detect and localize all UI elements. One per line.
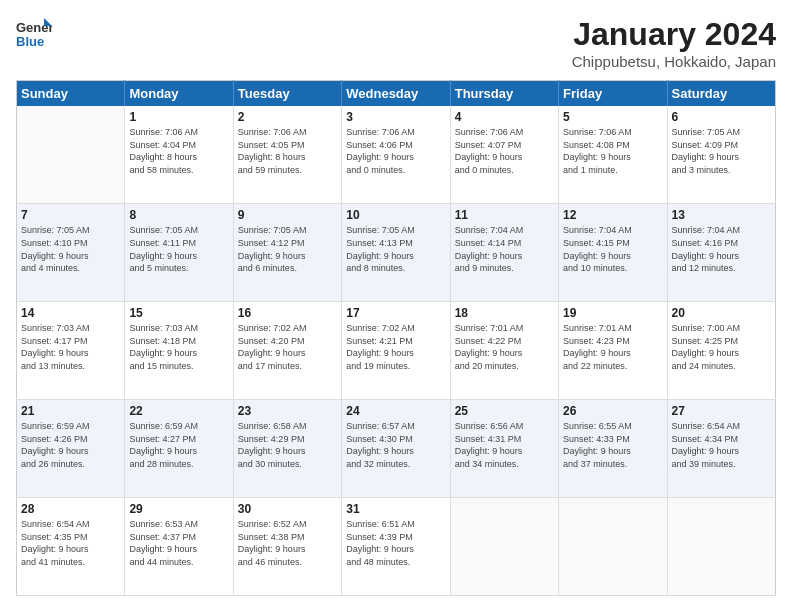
day-info: Sunrise: 6:58 AMSunset: 4:29 PMDaylight:…	[238, 420, 337, 470]
table-cell: 7Sunrise: 7:05 AMSunset: 4:10 PMDaylight…	[17, 204, 125, 302]
day-info: Sunrise: 7:05 AMSunset: 4:12 PMDaylight:…	[238, 224, 337, 274]
day-info: Sunrise: 6:55 AMSunset: 4:33 PMDaylight:…	[563, 420, 662, 470]
col-thursday: Thursday	[450, 81, 558, 107]
day-number: 3	[346, 110, 445, 124]
day-number: 25	[455, 404, 554, 418]
calendar-title: January 2024	[572, 16, 776, 53]
calendar-header-row: Sunday Monday Tuesday Wednesday Thursday…	[17, 81, 776, 107]
day-info: Sunrise: 7:03 AMSunset: 4:17 PMDaylight:…	[21, 322, 120, 372]
table-cell: 9Sunrise: 7:05 AMSunset: 4:12 PMDaylight…	[233, 204, 341, 302]
table-cell: 13Sunrise: 7:04 AMSunset: 4:16 PMDayligh…	[667, 204, 775, 302]
table-cell	[17, 106, 125, 204]
day-info: Sunrise: 6:52 AMSunset: 4:38 PMDaylight:…	[238, 518, 337, 568]
day-info: Sunrise: 6:54 AMSunset: 4:35 PMDaylight:…	[21, 518, 120, 568]
table-cell: 18Sunrise: 7:01 AMSunset: 4:22 PMDayligh…	[450, 302, 558, 400]
day-number: 18	[455, 306, 554, 320]
calendar-subtitle: Chippubetsu, Hokkaido, Japan	[572, 53, 776, 70]
table-cell: 10Sunrise: 7:05 AMSunset: 4:13 PMDayligh…	[342, 204, 450, 302]
table-cell: 3Sunrise: 7:06 AMSunset: 4:06 PMDaylight…	[342, 106, 450, 204]
table-cell: 30Sunrise: 6:52 AMSunset: 4:38 PMDayligh…	[233, 498, 341, 596]
svg-text:Blue: Blue	[16, 34, 44, 49]
day-number: 10	[346, 208, 445, 222]
table-cell: 19Sunrise: 7:01 AMSunset: 4:23 PMDayligh…	[559, 302, 667, 400]
day-number: 8	[129, 208, 228, 222]
calendar-week-row: 14Sunrise: 7:03 AMSunset: 4:17 PMDayligh…	[17, 302, 776, 400]
calendar-week-row: 1Sunrise: 7:06 AMSunset: 4:04 PMDaylight…	[17, 106, 776, 204]
day-info: Sunrise: 7:06 AMSunset: 4:06 PMDaylight:…	[346, 126, 445, 176]
table-cell: 29Sunrise: 6:53 AMSunset: 4:37 PMDayligh…	[125, 498, 233, 596]
table-cell: 12Sunrise: 7:04 AMSunset: 4:15 PMDayligh…	[559, 204, 667, 302]
day-number: 29	[129, 502, 228, 516]
calendar-week-row: 28Sunrise: 6:54 AMSunset: 4:35 PMDayligh…	[17, 498, 776, 596]
day-info: Sunrise: 7:05 AMSunset: 4:10 PMDaylight:…	[21, 224, 120, 274]
day-info: Sunrise: 6:59 AMSunset: 4:26 PMDaylight:…	[21, 420, 120, 470]
day-number: 22	[129, 404, 228, 418]
table-cell: 15Sunrise: 7:03 AMSunset: 4:18 PMDayligh…	[125, 302, 233, 400]
col-wednesday: Wednesday	[342, 81, 450, 107]
day-number: 24	[346, 404, 445, 418]
day-number: 1	[129, 110, 228, 124]
logo-icon: General Blue	[16, 16, 52, 52]
table-cell: 22Sunrise: 6:59 AMSunset: 4:27 PMDayligh…	[125, 400, 233, 498]
day-number: 21	[21, 404, 120, 418]
title-block: January 2024 Chippubetsu, Hokkaido, Japa…	[572, 16, 776, 70]
table-cell: 20Sunrise: 7:00 AMSunset: 4:25 PMDayligh…	[667, 302, 775, 400]
table-cell: 16Sunrise: 7:02 AMSunset: 4:20 PMDayligh…	[233, 302, 341, 400]
day-number: 2	[238, 110, 337, 124]
day-info: Sunrise: 6:56 AMSunset: 4:31 PMDaylight:…	[455, 420, 554, 470]
col-saturday: Saturday	[667, 81, 775, 107]
day-info: Sunrise: 7:04 AMSunset: 4:14 PMDaylight:…	[455, 224, 554, 274]
day-info: Sunrise: 7:01 AMSunset: 4:23 PMDaylight:…	[563, 322, 662, 372]
header: General Blue January 2024 Chippubetsu, H…	[16, 16, 776, 70]
calendar-week-row: 7Sunrise: 7:05 AMSunset: 4:10 PMDaylight…	[17, 204, 776, 302]
day-number: 20	[672, 306, 771, 320]
day-number: 9	[238, 208, 337, 222]
table-cell: 5Sunrise: 7:06 AMSunset: 4:08 PMDaylight…	[559, 106, 667, 204]
day-info: Sunrise: 7:06 AMSunset: 4:04 PMDaylight:…	[129, 126, 228, 176]
col-tuesday: Tuesday	[233, 81, 341, 107]
day-info: Sunrise: 7:02 AMSunset: 4:20 PMDaylight:…	[238, 322, 337, 372]
day-info: Sunrise: 7:06 AMSunset: 4:07 PMDaylight:…	[455, 126, 554, 176]
table-cell	[559, 498, 667, 596]
day-number: 15	[129, 306, 228, 320]
day-info: Sunrise: 7:05 AMSunset: 4:11 PMDaylight:…	[129, 224, 228, 274]
day-number: 31	[346, 502, 445, 516]
table-cell: 26Sunrise: 6:55 AMSunset: 4:33 PMDayligh…	[559, 400, 667, 498]
day-info: Sunrise: 7:06 AMSunset: 4:08 PMDaylight:…	[563, 126, 662, 176]
table-cell: 11Sunrise: 7:04 AMSunset: 4:14 PMDayligh…	[450, 204, 558, 302]
calendar-table: Sunday Monday Tuesday Wednesday Thursday…	[16, 80, 776, 596]
day-info: Sunrise: 7:06 AMSunset: 4:05 PMDaylight:…	[238, 126, 337, 176]
page: General Blue January 2024 Chippubetsu, H…	[0, 0, 792, 612]
table-cell: 17Sunrise: 7:02 AMSunset: 4:21 PMDayligh…	[342, 302, 450, 400]
table-cell: 24Sunrise: 6:57 AMSunset: 4:30 PMDayligh…	[342, 400, 450, 498]
day-number: 26	[563, 404, 662, 418]
day-info: Sunrise: 6:51 AMSunset: 4:39 PMDaylight:…	[346, 518, 445, 568]
day-number: 11	[455, 208, 554, 222]
day-info: Sunrise: 6:59 AMSunset: 4:27 PMDaylight:…	[129, 420, 228, 470]
day-info: Sunrise: 7:03 AMSunset: 4:18 PMDaylight:…	[129, 322, 228, 372]
day-info: Sunrise: 7:00 AMSunset: 4:25 PMDaylight:…	[672, 322, 771, 372]
table-cell: 2Sunrise: 7:06 AMSunset: 4:05 PMDaylight…	[233, 106, 341, 204]
table-cell: 6Sunrise: 7:05 AMSunset: 4:09 PMDaylight…	[667, 106, 775, 204]
col-friday: Friday	[559, 81, 667, 107]
day-info: Sunrise: 7:01 AMSunset: 4:22 PMDaylight:…	[455, 322, 554, 372]
day-number: 30	[238, 502, 337, 516]
day-info: Sunrise: 6:53 AMSunset: 4:37 PMDaylight:…	[129, 518, 228, 568]
day-number: 4	[455, 110, 554, 124]
logo: General Blue	[16, 16, 52, 52]
day-number: 19	[563, 306, 662, 320]
table-cell: 1Sunrise: 7:06 AMSunset: 4:04 PMDaylight…	[125, 106, 233, 204]
table-cell: 31Sunrise: 6:51 AMSunset: 4:39 PMDayligh…	[342, 498, 450, 596]
day-number: 7	[21, 208, 120, 222]
table-cell: 25Sunrise: 6:56 AMSunset: 4:31 PMDayligh…	[450, 400, 558, 498]
day-number: 17	[346, 306, 445, 320]
col-monday: Monday	[125, 81, 233, 107]
day-number: 27	[672, 404, 771, 418]
day-info: Sunrise: 6:57 AMSunset: 4:30 PMDaylight:…	[346, 420, 445, 470]
day-number: 28	[21, 502, 120, 516]
table-cell: 28Sunrise: 6:54 AMSunset: 4:35 PMDayligh…	[17, 498, 125, 596]
day-number: 23	[238, 404, 337, 418]
table-cell: 14Sunrise: 7:03 AMSunset: 4:17 PMDayligh…	[17, 302, 125, 400]
table-cell	[450, 498, 558, 596]
day-info: Sunrise: 7:05 AMSunset: 4:09 PMDaylight:…	[672, 126, 771, 176]
